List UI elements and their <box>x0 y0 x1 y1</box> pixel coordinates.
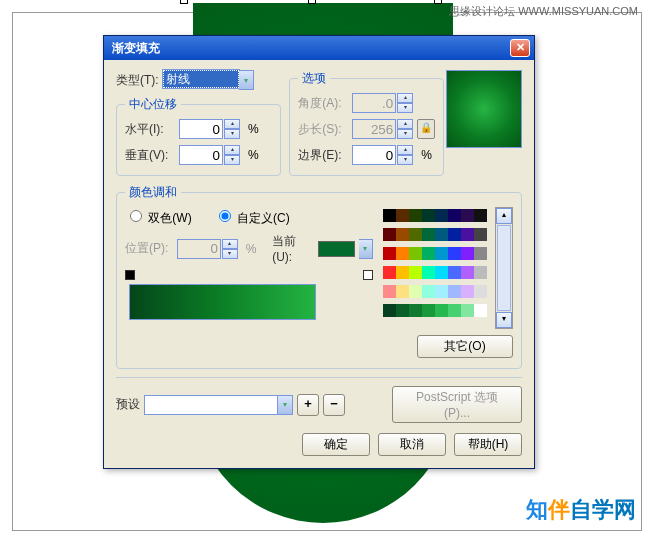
edge-label: 边界(E): <box>298 147 348 164</box>
chevron-down-icon[interactable]: ▾ <box>359 239 373 259</box>
gradient-bar[interactable] <box>129 284 316 320</box>
palette-swatch[interactable] <box>435 247 448 260</box>
palette-swatch[interactable] <box>383 304 396 317</box>
palette-swatch[interactable] <box>474 228 487 241</box>
type-label: 类型(T): <box>116 72 159 89</box>
center-offset-legend: 中心位移 <box>125 96 181 113</box>
center-offset-group: 中心位移 水平(I): ▴▾ % 垂直(V): ▴▾ % <box>116 96 281 176</box>
add-preset-button[interactable]: + <box>297 394 319 416</box>
palette-swatch[interactable] <box>396 209 409 222</box>
palette-swatch[interactable] <box>448 266 461 279</box>
palette-swatch[interactable] <box>396 228 409 241</box>
gradient-stop-end[interactable] <box>363 270 373 280</box>
spin-up-icon[interactable]: ▴ <box>397 145 413 155</box>
vertical-label: 垂直(V): <box>125 147 175 164</box>
palette-swatch[interactable] <box>422 247 435 260</box>
palette-swatch[interactable] <box>448 209 461 222</box>
palette-swatch[interactable] <box>474 209 487 222</box>
spin-up-icon[interactable]: ▴ <box>224 145 240 155</box>
palette-swatch[interactable] <box>409 247 422 260</box>
color-blend-group: 颜色调和 双色(W) 自定义(C) 位置(P): ▴▾ % 当前(U): <box>116 184 522 369</box>
other-colors-button[interactable]: 其它(O) <box>417 335 513 358</box>
angle-label: 角度(A): <box>298 95 348 112</box>
preset-select[interactable] <box>144 395 278 415</box>
options-group: 选项 角度(A): ▴▾ 步长(S): ▴▾ 🔒 边界(E): ▴▾ % <box>289 70 444 176</box>
chevron-down-icon[interactable]: ▾ <box>278 395 293 415</box>
gradient-stop-start[interactable] <box>125 270 135 280</box>
color-blend-legend: 颜色调和 <box>125 184 181 201</box>
palette-swatch[interactable] <box>448 228 461 241</box>
palette-swatch[interactable] <box>422 209 435 222</box>
close-button[interactable]: ✕ <box>510 39 530 57</box>
palette-swatch[interactable] <box>474 247 487 260</box>
palette-swatch[interactable] <box>383 285 396 298</box>
edge-input[interactable]: ▴▾ <box>352 145 413 165</box>
palette-swatch[interactable] <box>474 304 487 317</box>
cancel-button[interactable]: 取消 <box>378 433 446 456</box>
color-palette[interactable] <box>383 209 495 323</box>
remove-preset-button[interactable]: − <box>323 394 345 416</box>
gradient-preview <box>446 70 522 148</box>
palette-swatch[interactable] <box>435 285 448 298</box>
scroll-thumb[interactable] <box>497 225 511 311</box>
palette-swatch[interactable] <box>409 266 422 279</box>
help-button[interactable]: 帮助(H) <box>454 433 522 456</box>
spin-down-icon[interactable]: ▾ <box>397 155 413 165</box>
palette-swatch[interactable] <box>474 266 487 279</box>
palette-swatch[interactable] <box>448 285 461 298</box>
palette-swatch[interactable] <box>448 304 461 317</box>
palette-swatch[interactable] <box>435 228 448 241</box>
selection-handle[interactable] <box>434 0 442 4</box>
palette-swatch[interactable] <box>422 228 435 241</box>
palette-swatch[interactable] <box>448 247 461 260</box>
palette-swatch[interactable] <box>396 247 409 260</box>
palette-swatch[interactable] <box>409 228 422 241</box>
palette-swatch[interactable] <box>409 304 422 317</box>
steps-input: ▴▾ <box>352 119 413 139</box>
palette-swatch[interactable] <box>422 266 435 279</box>
options-legend: 选项 <box>298 70 330 87</box>
steps-label: 步长(S): <box>298 121 348 138</box>
lock-icon[interactable]: 🔒 <box>417 119 435 139</box>
spin-up-icon[interactable]: ▴ <box>224 119 240 129</box>
chevron-down-icon[interactable]: ▾ <box>239 70 254 90</box>
palette-scrollbar[interactable]: ▴ ▾ <box>495 207 513 329</box>
postscript-button: PostScript 选项(P)... <box>392 386 522 423</box>
selection-handle[interactable] <box>308 0 316 4</box>
palette-swatch[interactable] <box>474 285 487 298</box>
horizontal-input[interactable]: ▴▾ <box>179 119 240 139</box>
palette-swatch[interactable] <box>396 266 409 279</box>
palette-swatch[interactable] <box>383 247 396 260</box>
palette-swatch[interactable] <box>461 228 474 241</box>
palette-swatch[interactable] <box>383 228 396 241</box>
palette-swatch[interactable] <box>422 304 435 317</box>
palette-swatch[interactable] <box>435 266 448 279</box>
palette-swatch[interactable] <box>383 266 396 279</box>
palette-swatch[interactable] <box>396 304 409 317</box>
palette-swatch[interactable] <box>461 304 474 317</box>
palette-swatch[interactable] <box>435 209 448 222</box>
palette-swatch[interactable] <box>422 285 435 298</box>
palette-swatch[interactable] <box>396 285 409 298</box>
palette-swatch[interactable] <box>435 304 448 317</box>
palette-swatch[interactable] <box>409 209 422 222</box>
ok-button[interactable]: 确定 <box>302 433 370 456</box>
selection-handle[interactable] <box>180 0 188 4</box>
palette-swatch[interactable] <box>461 209 474 222</box>
palette-swatch[interactable] <box>409 285 422 298</box>
vertical-input[interactable]: ▴▾ <box>179 145 240 165</box>
spin-down-icon[interactable]: ▾ <box>224 155 240 165</box>
current-color-swatch[interactable] <box>318 241 354 257</box>
spin-down-icon[interactable]: ▾ <box>224 129 240 139</box>
type-select[interactable]: 射线 <box>163 70 239 88</box>
horizontal-label: 水平(I): <box>125 121 175 138</box>
twocolor-radio[interactable]: 双色(W) <box>125 207 192 227</box>
palette-swatch[interactable] <box>461 247 474 260</box>
palette-swatch[interactable] <box>461 285 474 298</box>
palette-swatch[interactable] <box>461 266 474 279</box>
scroll-up-icon[interactable]: ▴ <box>496 208 512 224</box>
custom-radio[interactable]: 自定义(C) <box>214 207 290 227</box>
titlebar[interactable]: 渐变填充 ✕ <box>104 36 534 60</box>
scroll-down-icon[interactable]: ▾ <box>496 312 512 328</box>
palette-swatch[interactable] <box>383 209 396 222</box>
